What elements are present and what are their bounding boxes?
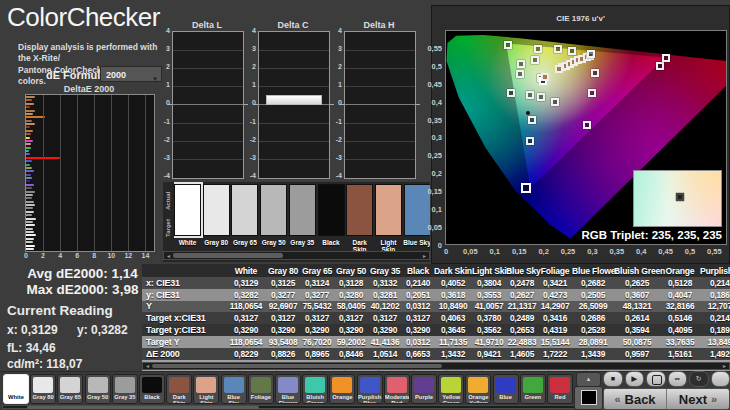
column-header: Gray 35 xyxy=(368,266,402,276)
scroll-right-icon[interactable]: ► xyxy=(722,364,727,369)
patch-button[interactable]: Gray 80 xyxy=(30,374,56,404)
deltae-bar xyxy=(26,241,33,243)
axis-tick-label: 0,5 xyxy=(424,62,442,71)
table-cell: 0,6653 xyxy=(402,349,434,359)
target-swatch[interactable] xyxy=(318,184,345,236)
patch-button[interactable]: Blue Sky xyxy=(221,374,247,404)
patch-button[interactable]: Orange xyxy=(329,374,355,404)
table-cell: 58,0405 xyxy=(334,301,368,311)
patch-button[interactable]: Gray 65 xyxy=(57,374,83,404)
cie-marker xyxy=(528,116,536,124)
table-cell: 22,4883 xyxy=(506,337,538,347)
table-cell: 0,2614 xyxy=(614,313,660,323)
toolbar-scrollbar[interactable] xyxy=(2,405,606,409)
target-swatch[interactable] xyxy=(203,184,230,236)
stop-button[interactable]: ■ xyxy=(603,371,623,387)
back-chevron-icon: « xyxy=(614,393,620,405)
table-cell: 11,7135 xyxy=(434,337,472,347)
table-cell: 0,2141 xyxy=(700,278,730,288)
patch-button[interactable]: Gray 35 xyxy=(112,374,138,404)
patch-button[interactable]: Moderate Red xyxy=(384,374,410,404)
table-cell: 0,3290 xyxy=(226,325,266,335)
patch-button[interactable]: Green xyxy=(520,374,546,404)
patch-button[interactable]: Gray 50 xyxy=(85,374,111,404)
deltae-bar xyxy=(26,116,45,118)
patch-color xyxy=(6,377,26,393)
axis-tick-label: 0,3 xyxy=(583,247,601,256)
patch-button[interactable]: Bluish Green xyxy=(302,374,328,404)
patch-button[interactable]: Purple xyxy=(411,374,437,404)
axis-tick-label: 4 xyxy=(54,252,66,259)
scroll-left-icon[interactable]: ◄ xyxy=(166,254,171,259)
axis-tick-label: 1 xyxy=(244,81,256,88)
target-swatch[interactable] xyxy=(375,184,402,236)
next-button[interactable]: Next » xyxy=(667,389,729,409)
cie-marker xyxy=(555,65,563,73)
axis-tick-label: 0,2 xyxy=(424,169,442,178)
gridline xyxy=(145,95,146,251)
axis-tick-label: 0,05 xyxy=(424,223,442,232)
toolbar-scroll-thumb[interactable] xyxy=(27,406,259,409)
patch-button-label: Gray 50 xyxy=(86,394,110,400)
avg-de2000: Avg dE2000: 1,14 xyxy=(0,266,165,281)
patch-button[interactable]: Blue Flower xyxy=(275,374,301,404)
patch-color xyxy=(142,377,162,393)
deltae-bar xyxy=(26,126,30,128)
deltae-bar xyxy=(26,103,34,105)
table-scrollbar[interactable]: ◄ ► xyxy=(142,362,730,370)
scroll-right-icon[interactable]: ► xyxy=(422,254,427,259)
deltae-bar xyxy=(26,207,33,209)
swatch-label: Gray 50 xyxy=(259,239,288,246)
column-header: Gray 50 xyxy=(334,266,368,276)
refresh-button[interactable]: ↻ xyxy=(689,371,709,387)
table-cell: 0,9597 xyxy=(614,349,660,359)
patch-button[interactable]: Light Skin xyxy=(193,374,219,404)
patch-button[interactable]: Orange Yellow xyxy=(465,374,491,404)
table-cell: 75,5432 xyxy=(300,301,334,311)
column-header: Blue Sky xyxy=(506,266,538,276)
patch-button[interactable]: White xyxy=(3,374,29,404)
collapse-toolbar-button[interactable]: ▲ xyxy=(576,372,601,387)
table-cell: 1,5161 xyxy=(660,349,700,359)
deltae-chart-title: DeltaE 2000 xyxy=(25,84,153,94)
swatch-scrollbar[interactable]: ◄ ► xyxy=(163,251,430,260)
target-swatch[interactable] xyxy=(260,184,287,236)
patch-color xyxy=(360,377,380,393)
table-scroll-thumb[interactable] xyxy=(152,364,442,368)
patch-button[interactable]: Red xyxy=(547,374,573,404)
patch-button-label: Orange Yellow xyxy=(466,394,490,404)
target-swatch[interactable] xyxy=(289,184,316,236)
patch-button[interactable]: Black xyxy=(139,374,165,404)
table-cell: 0,0312 xyxy=(402,337,434,347)
play-button[interactable]: ▶ xyxy=(625,371,645,387)
patch-window-icon xyxy=(581,390,597,405)
target-swatch[interactable] xyxy=(231,184,258,236)
table-cell: 59,2002 xyxy=(334,337,368,347)
axis-tick-label: 4 xyxy=(330,27,342,34)
patch-button[interactable]: Blue xyxy=(493,374,519,404)
cie-marker xyxy=(507,89,515,97)
table-cell: 0,3562 xyxy=(472,325,506,335)
de-formula-select[interactable]: 2000 ▼ xyxy=(100,66,162,82)
swatch-scroll-thumb[interactable] xyxy=(173,253,283,258)
cie-marker xyxy=(583,121,591,129)
description-line1: Display analysis is performed with the X… xyxy=(18,42,157,63)
patch-button[interactable]: Yellow Green xyxy=(438,374,464,404)
patch-button[interactable]: Dark Skin xyxy=(166,374,192,404)
save-button[interactable] xyxy=(646,371,666,387)
table-cell: 0,3132 xyxy=(368,278,402,288)
table-row: y: CIE310,32820,32770,32770,32800,32810,… xyxy=(142,289,730,301)
target-swatch[interactable] xyxy=(346,184,373,236)
target-swatch[interactable] xyxy=(174,184,201,236)
table-cell: 118,0654 xyxy=(226,301,266,311)
extra-button[interactable] xyxy=(711,371,730,387)
column-header: Black xyxy=(402,266,434,276)
patch-button[interactable]: Purplish Blue xyxy=(357,374,383,404)
back-button[interactable]: « Back xyxy=(604,389,666,409)
loop-button[interactable]: ∞ xyxy=(668,371,688,387)
patch-display-button[interactable] xyxy=(574,386,603,410)
loop-icon: ∞ xyxy=(675,375,680,382)
table-header-row: WhiteGray 80Gray 65Gray 50Gray 35BlackDa… xyxy=(142,264,730,277)
patch-button[interactable]: Foliage xyxy=(248,374,274,404)
scroll-left-icon[interactable]: ◄ xyxy=(145,364,150,369)
